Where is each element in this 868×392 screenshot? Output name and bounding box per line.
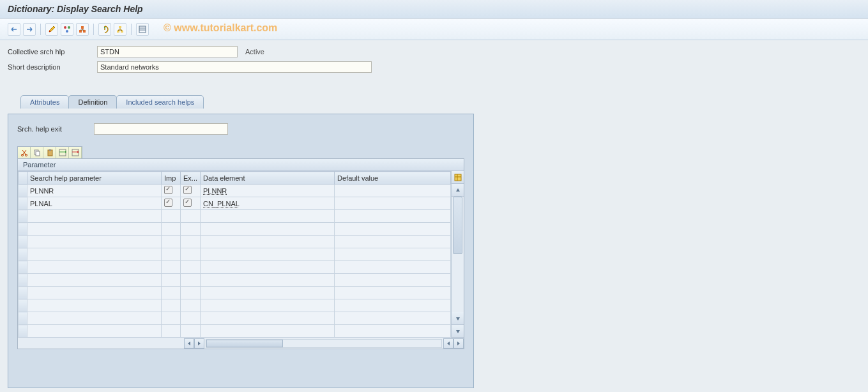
where-used-icon[interactable] <box>114 23 126 36</box>
svg-rect-9 <box>117 31 119 33</box>
scroll-down-small-icon[interactable] <box>452 312 464 325</box>
table-row[interactable] <box>19 274 451 287</box>
cell-de[interactable]: PLNNR <box>201 185 335 197</box>
col-default[interactable]: Default value <box>335 172 451 185</box>
svg-rect-4 <box>81 26 84 29</box>
watermark: © www.tutorialkart.com <box>164 22 277 34</box>
checkbox-icon[interactable] <box>164 186 172 194</box>
activate-icon[interactable] <box>98 23 111 36</box>
table-row[interactable] <box>19 223 451 236</box>
svg-rect-19 <box>49 149 51 151</box>
check-icon[interactable] <box>76 23 89 36</box>
shortdesc-label: Short description <box>8 63 97 71</box>
app-toolbar: © www.tutorialkart.com <box>0 19 868 40</box>
svg-rect-26 <box>455 174 461 181</box>
back-icon[interactable] <box>8 23 20 36</box>
cell-exp[interactable] <box>181 197 201 210</box>
svg-rect-20 <box>59 149 66 156</box>
forward-icon[interactable] <box>23 23 36 36</box>
col-search-param[interactable]: Search help parameter <box>27 172 162 185</box>
tab-included[interactable]: Included search helps <box>116 95 204 109</box>
col-data-element[interactable]: Data element <box>201 172 335 185</box>
cell-default[interactable] <box>335 197 451 210</box>
table-utility-column <box>451 171 464 338</box>
table-row[interactable] <box>19 299 451 312</box>
cell-param[interactable]: PLNNR <box>27 185 162 197</box>
col-imp[interactable]: Imp <box>162 172 181 185</box>
cell-param[interactable]: PLNAL <box>27 197 162 210</box>
delete-row-icon[interactable] <box>69 147 82 158</box>
svg-rect-8 <box>119 26 121 28</box>
status-text: Active <box>245 48 264 56</box>
other-object-icon[interactable] <box>61 23 73 36</box>
svg-point-3 <box>66 30 68 33</box>
table-row[interactable] <box>19 325 451 338</box>
srch-exit-field[interactable] <box>94 123 228 135</box>
cell-imp[interactable] <box>162 185 181 197</box>
insert-row-icon[interactable] <box>56 147 69 158</box>
svg-rect-6 <box>83 30 86 33</box>
vertical-scrollbar[interactable] <box>452 197 464 312</box>
horizontal-scrollbar[interactable] <box>18 337 464 349</box>
svg-rect-17 <box>36 151 40 156</box>
page-title: Dictionary: Display Search Help <box>0 0 868 19</box>
scroll-down-icon[interactable] <box>452 325 464 338</box>
table-row[interactable] <box>19 261 451 274</box>
display-change-icon[interactable] <box>45 23 58 36</box>
scroll-left-icon[interactable] <box>184 338 194 349</box>
parameter-group: Parameter Search help parameter Imp Ex..… <box>17 158 464 349</box>
table-settings-icon[interactable] <box>452 171 464 184</box>
svg-point-7 <box>104 26 105 27</box>
svg-rect-10 <box>121 31 123 33</box>
table-row[interactable]: PLNNR PLNNR <box>19 185 451 197</box>
checkbox-icon[interactable] <box>164 199 172 207</box>
tab-attributes[interactable]: Attributes <box>20 95 69 109</box>
scroll-right-small-icon[interactable] <box>194 338 204 349</box>
row-selector[interactable] <box>19 197 27 210</box>
parameter-group-title: Parameter <box>18 159 464 171</box>
paste-icon[interactable] <box>43 147 56 158</box>
collective-label: Collective srch hlp <box>8 48 97 56</box>
checkbox-icon[interactable] <box>183 199 192 207</box>
cell-imp[interactable] <box>162 197 181 210</box>
cut-icon[interactable] <box>18 147 31 158</box>
svg-point-2 <box>68 26 70 29</box>
srch-exit-label: Srch. help exit <box>17 125 94 133</box>
col-exp[interactable]: Ex... <box>181 172 201 185</box>
scroll-right-icon[interactable] <box>453 338 464 349</box>
display-object-list-icon[interactable] <box>136 23 149 36</box>
svg-rect-18 <box>48 150 52 156</box>
scroll-left-small-icon[interactable] <box>443 338 453 349</box>
form-area: Collective srch hlp Active Short descrip… <box>0 40 868 114</box>
cell-de[interactable]: CN_PLNAL <box>201 197 335 210</box>
table-mini-toolbar <box>17 146 82 158</box>
table-row[interactable] <box>19 248 451 261</box>
tab-strip: Attributes Definition Included search he… <box>8 95 860 109</box>
table-row[interactable] <box>19 236 451 248</box>
table-row[interactable] <box>19 210 451 223</box>
table-row[interactable] <box>19 312 451 325</box>
cell-default[interactable] <box>335 185 451 197</box>
checkbox-icon[interactable] <box>183 186 192 194</box>
collective-field[interactable] <box>97 46 238 57</box>
parameter-table: Search help parameter Imp Ex... Data ele… <box>18 171 451 338</box>
copy-icon[interactable] <box>31 147 43 158</box>
cell-exp[interactable] <box>181 185 201 197</box>
row-selector[interactable] <box>19 185 27 197</box>
scroll-up-icon[interactable] <box>452 184 464 197</box>
col-rowselector[interactable] <box>19 172 27 185</box>
table-row[interactable] <box>19 287 451 299</box>
shortdesc-field[interactable] <box>97 61 372 73</box>
table-row[interactable]: PLNAL CN_PLNAL <box>19 197 451 210</box>
svg-point-1 <box>64 26 66 29</box>
svg-rect-11 <box>139 26 146 33</box>
tab-definition[interactable]: Definition <box>68 95 117 109</box>
svg-rect-5 <box>79 30 82 33</box>
tab-content-definition: Srch. help exit Parameter Search help pa… <box>8 114 474 388</box>
svg-point-0 <box>49 31 50 32</box>
